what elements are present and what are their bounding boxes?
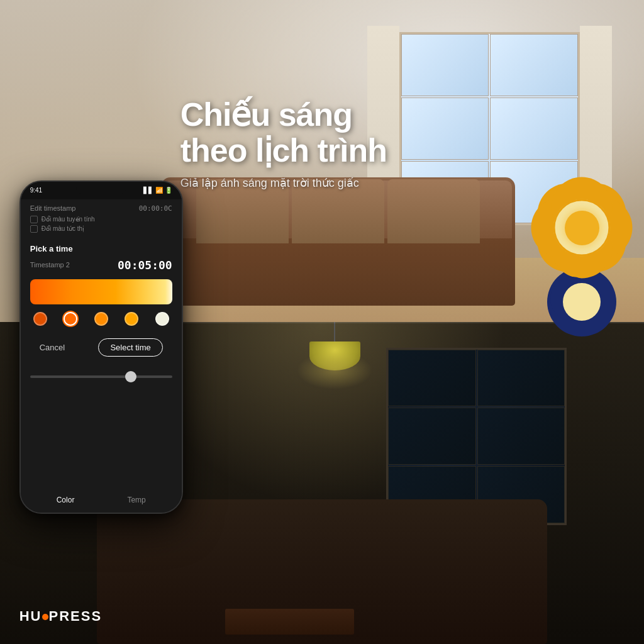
sun-icon	[565, 211, 599, 245]
main-container: Chiếu sáng theo lịch trình Giả lập ánh s…	[0, 0, 644, 644]
moon-icon	[563, 283, 601, 321]
text-overlay: Chiếu sáng theo lịch trình Giả lập ánh s…	[180, 97, 515, 190]
logo-container: HUPRESS	[19, 608, 102, 625]
status-time: 9:41	[30, 187, 42, 194]
timestamp-label: Timestamp 2	[30, 261, 70, 269]
bottom-tabs: Color Temp	[21, 487, 182, 513]
pick-time-title: Pick a time	[30, 244, 172, 253]
checkbox-instant-label: Đổi màu tức thị	[42, 225, 84, 232]
subtitle: Giả lập ánh sáng mặt trời thức giấc	[180, 176, 515, 190]
checkbox-linear-label: Đổi màu tuyến tính	[42, 216, 95, 223]
logo-text: HUPRESS	[19, 608, 102, 625]
slider-bar[interactable]	[30, 375, 172, 378]
sofa-day	[161, 177, 515, 306]
checkbox-row-2: Đổi màu tức thị	[30, 225, 172, 233]
day-night-icons	[547, 193, 631, 336]
title-line1: Chiếu sáng	[180, 96, 352, 133]
phone-container: 9:41 ▋▋ 📶 🔋 Edit timestamp 00:00:0C Đổi …	[19, 180, 187, 514]
ceiling-lamp	[309, 322, 361, 370]
color-dot-2-selected[interactable]	[64, 312, 77, 326]
main-title: Chiếu sáng theo lịch trình	[180, 97, 515, 169]
tab-temp[interactable]: Temp	[114, 492, 158, 508]
sun-icon-container	[547, 193, 616, 262]
color-gradient-bar[interactable]	[30, 279, 172, 304]
window-night	[386, 348, 567, 525]
select-time-button[interactable]: Select time	[98, 338, 162, 357]
slider-thumb[interactable]	[125, 371, 136, 382]
title-line2: theo lịch trình	[180, 132, 387, 169]
color-dot-3[interactable]	[94, 312, 108, 326]
app-title: Edit timestamp	[30, 204, 76, 212]
status-icons: ▋▋ 📶 🔋	[143, 187, 172, 194]
header-timestamp: 00:00:0C	[139, 204, 172, 213]
app-header: Edit timestamp 00:00:0C Đổi màu tuyến tí…	[21, 199, 182, 238]
phone-notch	[76, 182, 126, 194]
pick-time-section: Pick a time Timestamp 2 00:05:00	[21, 238, 182, 372]
phone-mockup: 9:41 ▋▋ 📶 🔋 Edit timestamp 00:00:0C Đổi …	[19, 180, 183, 514]
checkbox-row-1: Đổi màu tuyến tính	[30, 216, 172, 223]
action-buttons: Cancel Select time	[30, 335, 172, 360]
moon-icon-container	[547, 267, 616, 336]
color-dot-1[interactable]	[33, 312, 47, 326]
cancel-button[interactable]: Cancel	[40, 343, 65, 352]
checkbox-linear[interactable]	[30, 216, 38, 223]
coffee-table-night	[225, 609, 354, 635]
timestamp-value: 00:05:00	[118, 258, 172, 272]
color-dot-4[interactable]	[125, 312, 138, 326]
phone-screen: 9:41 ▋▋ 📶 🔋 Edit timestamp 00:00:0C Đổi …	[21, 182, 182, 513]
color-dots	[30, 312, 172, 326]
checkbox-instant[interactable]	[30, 225, 38, 233]
slider-section	[21, 372, 182, 394]
color-dot-5[interactable]	[155, 312, 169, 326]
tab-color[interactable]: Color	[44, 492, 87, 508]
timestamp-row: Timestamp 2 00:05:00	[30, 258, 172, 272]
logo-dot	[42, 614, 48, 620]
